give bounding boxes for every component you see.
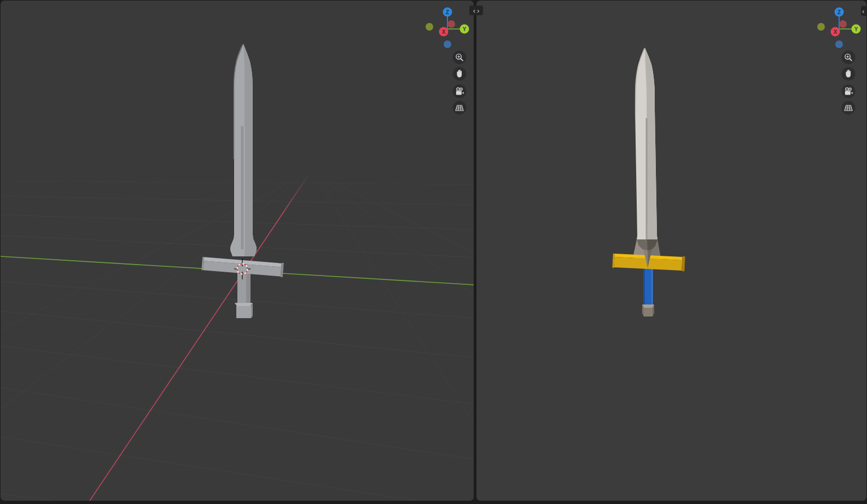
blade-fuller-highlight [244,126,246,249]
grip-shadow-edge [643,268,645,304]
viewport-gadgets [453,51,467,115]
blade-right-face [243,44,257,256]
gizmo-axis-y-neg[interactable] [426,23,433,31]
chevron-right-icon: › [477,7,479,14]
gizmo-axis-z-neg[interactable] [444,40,451,48]
grip-highlight-edge [651,268,653,306]
zoom-button[interactable] [842,51,856,65]
pommel-front-face [644,308,653,317]
gizmo-axis-x-neg[interactable] [447,20,455,28]
camera-view-button[interactable] [453,85,467,98]
perspective-toggle-button[interactable] [842,101,856,115]
gizmo-axis-x-neg[interactable] [839,20,847,28]
view-axis-gizmo: Z Y X [426,8,469,49]
perspective-toggle-button[interactable] [453,101,467,115]
viewport-3d-left[interactable]: Z Y X [1,1,474,501]
grip-front-face [645,268,651,306]
chevron-left-icon: ‹ [862,8,864,15]
pan-button[interactable] [842,67,856,81]
pommel-front-face [236,306,251,318]
sidebar-collapse-toggle[interactable]: ‹ [861,6,867,16]
area-split-toggle[interactable]: ‹› [469,5,483,15]
grip-front-face [237,271,246,306]
blade-fuller [241,126,244,249]
pommel-top-face [642,304,654,308]
gizmo-axis-z-neg[interactable] [835,40,843,48]
gizmo-axis-y-neg[interactable] [817,23,825,31]
viewport-gadgets [842,51,856,115]
gizmo-x-label: X [442,29,446,35]
gizmo-x-label: X [834,29,837,35]
gizmo-z-label: Z [446,9,449,15]
gizmo-z-label: Z [837,9,841,15]
grip-side-face [246,271,251,306]
chevron-left-icon: ‹ [473,7,475,14]
zoom-button[interactable] [453,51,467,65]
sword-object-textured[interactable] [612,48,685,317]
gizmo-y-label: Y [854,26,858,32]
pan-button[interactable] [453,67,467,81]
gizmo-y-label: Y [463,26,467,32]
view-axis-gizmo: Z Y X [817,8,861,49]
blade-fuller [646,118,648,239]
pommel-top-face [235,303,253,306]
pommel-side-face [251,303,253,318]
viewport-3d-right[interactable]: Z Y X [476,1,866,501]
camera-view-button[interactable] [842,85,856,98]
